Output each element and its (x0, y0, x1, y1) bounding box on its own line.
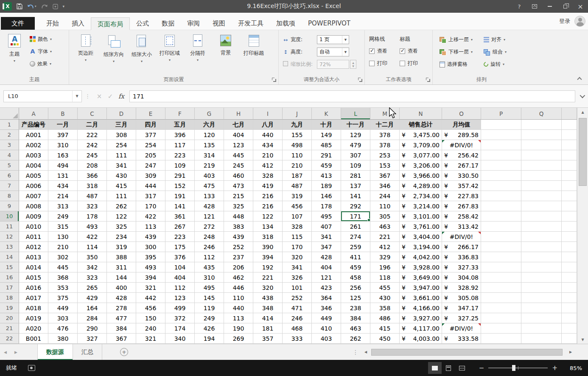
cell-L8[interactable]: 141 (341, 191, 370, 201)
header-cell-D1[interactable]: 三月 (107, 120, 136, 130)
cell-D2[interactable]: 308 (107, 130, 136, 140)
cell-A5[interactable]: A004 (19, 160, 48, 171)
row-header-12[interactable]: 12 (0, 232, 19, 242)
ribbon-tab-审阅[interactable]: 审阅 (181, 17, 206, 30)
cell-L7[interactable]: 137 (341, 181, 370, 191)
cell-N9[interactable]: ¥3,214.00 (400, 201, 442, 211)
cell-G20[interactable]: 249 (195, 313, 224, 323)
file-tab[interactable]: 文件 (1, 17, 35, 30)
cell-H8[interactable]: 215 (224, 191, 253, 201)
cell-A18[interactable]: A017 (19, 293, 48, 303)
cell-L22[interactable]: 262 (341, 334, 370, 344)
bring-forward-button[interactable]: 上移一层▾ (440, 34, 473, 45)
cell-I18[interactable]: 438 (253, 293, 283, 303)
cell-A22[interactable]: B001 (19, 334, 48, 344)
cell-A2[interactable]: A001 (19, 130, 48, 140)
cell-C18[interactable]: 429 (78, 293, 107, 303)
cell-M22[interactable]: 450 (370, 334, 400, 344)
cell-Q2[interactable] (521, 130, 562, 140)
cell-N18[interactable]: ¥3,661.00 (400, 293, 442, 303)
cell-H11[interactable]: 383 (224, 222, 253, 232)
cell-N22[interactable]: ¥4,003.00 (400, 334, 442, 344)
cell-F15[interactable]: 104 (165, 262, 195, 272)
scroll-left-icon[interactable]: ◀ (361, 348, 370, 357)
cell-J16[interactable]: 326 (283, 272, 312, 283)
cell-L16[interactable]: 458 (341, 272, 370, 283)
cell-P22[interactable] (481, 334, 521, 344)
cell-Q6[interactable] (521, 171, 562, 181)
cell-partial[interactable] (562, 222, 577, 232)
cell-L18[interactable]: 125 (341, 293, 370, 303)
ribbon-tab-POWERPIVOT[interactable]: POWERPIVOT (302, 17, 357, 30)
cell-D5[interactable]: 341 (107, 160, 136, 171)
cell-J12[interactable]: 115 (283, 232, 312, 242)
cell-partial[interactable] (562, 140, 577, 150)
cell-M2[interactable]: 378 (370, 130, 400, 140)
cell-B6[interactable]: 131 (48, 171, 78, 181)
column-header-G[interactable]: G (195, 108, 224, 120)
cell-P13[interactable] (481, 242, 521, 252)
cell-F17[interactable]: 112 (165, 283, 195, 293)
cell-E12[interactable]: 439 (136, 232, 165, 242)
cell-Q8[interactable] (521, 191, 562, 201)
cell-Q16[interactable] (521, 272, 562, 283)
cell-E6[interactable]: 309 (136, 171, 165, 181)
cell-H5[interactable]: 245 (224, 160, 253, 171)
cell-L5[interactable]: 109 (341, 160, 370, 171)
cell-B19[interactable]: 449 (48, 303, 78, 313)
scroll-down-icon[interactable]: ▼ (577, 335, 588, 344)
cell-A10[interactable]: A009 (19, 211, 48, 222)
cell-F11[interactable]: 267 (165, 222, 195, 232)
zoom-in-button[interactable]: + (548, 364, 562, 372)
cell-D8[interactable]: 111 (107, 191, 136, 201)
column-header-B[interactable]: B (48, 108, 78, 120)
print-area-button[interactable]: 打印区域▾ (156, 31, 184, 74)
cell-K2[interactable]: 149 (312, 130, 341, 140)
restore-icon[interactable] (557, 0, 573, 13)
cell-I8[interactable]: 216 (253, 191, 283, 201)
cell-H20[interactable]: 113 (224, 313, 253, 323)
group-button[interactable]: 组合▾ (484, 47, 507, 57)
cell-B4[interactable]: 163 (48, 150, 78, 160)
cell-D14[interactable]: 388 (107, 252, 136, 262)
cell-N13[interactable]: ¥3,194.00 (400, 242, 442, 252)
page-break-view-button[interactable] (455, 362, 469, 374)
cell-H6[interactable]: 460 (224, 171, 253, 181)
cell-E7[interactable]: 444 (136, 181, 165, 191)
cell-H2[interactable]: 404 (224, 130, 253, 140)
cell-F2[interactable]: 396 (165, 130, 195, 140)
cell-O4[interactable]: ¥256.42 (442, 150, 481, 160)
cell-F21[interactable]: 174 (165, 323, 195, 334)
collapse-ribbon-icon[interactable] (577, 76, 582, 81)
help-icon[interactable]: ? (512, 0, 527, 13)
column-header-partial[interactable] (562, 108, 577, 120)
cell-C17[interactable]: 265 (78, 283, 107, 293)
cell-E8[interactable]: 317 (136, 191, 165, 201)
cell-I11[interactable]: 134 (253, 222, 283, 232)
cell-A11[interactable]: A010 (19, 222, 48, 232)
cell-K11[interactable]: 407 (312, 222, 341, 232)
cell-K16[interactable]: 121 (312, 272, 341, 283)
cell-M11[interactable]: 463 (370, 222, 400, 232)
cell-O19[interactable]: ¥347.17 (442, 303, 481, 313)
cell-N7[interactable]: ¥4,289.00 (400, 181, 442, 191)
cell-L17[interactable]: 256 (341, 283, 370, 293)
column-header-P[interactable]: P (481, 108, 521, 120)
cell-K6[interactable]: 413 (312, 171, 341, 181)
cell-M8[interactable]: 244 (370, 191, 400, 201)
cell-H17[interactable]: 446 (224, 283, 253, 293)
cell-J3[interactable]: 498 (283, 140, 312, 150)
cell-partial[interactable] (562, 272, 577, 283)
cell-E16[interactable]: 394 (136, 272, 165, 283)
paper-size-button[interactable]: 纸张大小▾ (128, 31, 156, 74)
cell-K17[interactable]: 423 (312, 283, 341, 293)
ribbon-tab-公式[interactable]: 公式 (130, 17, 155, 30)
ribbon-tab-数据[interactable]: 数据 (155, 17, 181, 30)
cell-G13[interactable]: 246 (195, 242, 224, 252)
cell-E22[interactable]: 321 (136, 334, 165, 344)
cell-M18[interactable]: 430 (370, 293, 400, 303)
cell-L15[interactable]: 459 (341, 262, 370, 272)
print-checkbox-row[interactable]: 打印 (400, 57, 430, 70)
row-header-11[interactable]: 11 (0, 222, 19, 232)
cell-N3[interactable]: ¥3,709.00 (400, 140, 442, 150)
